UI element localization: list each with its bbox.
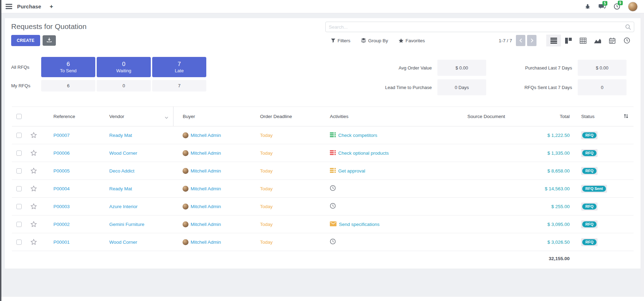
column-header-total[interactable]: Total bbox=[537, 107, 572, 126]
list-view-button[interactable] bbox=[546, 35, 561, 46]
vendor-link[interactable]: Gemini Furniture bbox=[109, 222, 145, 227]
email-activity-envelope-icon[interactable] bbox=[330, 221, 336, 227]
late-card[interactable]: 7Late bbox=[152, 57, 206, 77]
activity-list-icon[interactable] bbox=[330, 168, 336, 174]
row-checkbox[interactable] bbox=[16, 186, 22, 191]
row-checkbox[interactable] bbox=[16, 150, 22, 156]
table-row[interactable]: P00001 Wood Corner Mitchell Admin Today … bbox=[12, 233, 634, 251]
table-row[interactable]: P00006 Wood Corner Mitchell Admin Today … bbox=[12, 144, 634, 162]
table-row[interactable]: P00007 Ready Mat Mitchell Admin Today Ch… bbox=[12, 126, 634, 144]
buyer-link[interactable]: Mitchell Admin bbox=[191, 204, 221, 209]
favorite-star-icon[interactable] bbox=[26, 132, 37, 138]
column-header-status[interactable]: Status bbox=[572, 107, 617, 126]
optional-columns-icon[interactable] bbox=[623, 115, 629, 120]
status-badge: RFQ bbox=[581, 131, 598, 139]
to-send-card[interactable]: 6To Send bbox=[41, 57, 95, 77]
calendar-view-button[interactable] bbox=[605, 35, 620, 46]
reference-link[interactable]: P00003 bbox=[53, 204, 70, 209]
activity-list-icon[interactable] bbox=[330, 132, 336, 138]
my-to-send-cell[interactable]: 6 bbox=[41, 80, 95, 91]
my-waiting-cell[interactable]: 0 bbox=[97, 80, 151, 91]
debug-bug-icon[interactable] bbox=[585, 3, 591, 9]
reference-link[interactable]: P00002 bbox=[53, 222, 70, 227]
reference-link[interactable]: P00001 bbox=[53, 240, 70, 245]
export-download-button[interactable] bbox=[43, 35, 56, 46]
table-row[interactable]: P00004 Ready Mat Mitchell Admin Today $ … bbox=[12, 180, 634, 198]
search-icon[interactable] bbox=[625, 24, 631, 31]
column-header-deadline[interactable]: Order Deadline bbox=[251, 107, 320, 126]
app-menu-purchase[interactable]: Purchase bbox=[17, 3, 41, 9]
favorite-star-icon[interactable] bbox=[26, 150, 37, 156]
avg-order-value: $ 0.00 bbox=[437, 60, 486, 76]
apps-menu-icon[interactable] bbox=[6, 4, 12, 9]
activity-view-button[interactable] bbox=[620, 35, 634, 46]
graph-view-button[interactable] bbox=[590, 35, 605, 46]
buyer-link[interactable]: Mitchell Admin bbox=[191, 150, 221, 156]
horizontal-scrollbar[interactable] bbox=[1, 297, 644, 301]
activity-list-icon[interactable] bbox=[330, 150, 336, 156]
column-header-reference[interactable]: Reference bbox=[44, 107, 100, 126]
group-by-button[interactable]: Group By bbox=[361, 38, 388, 43]
pager-next-button[interactable] bbox=[527, 35, 536, 46]
filters-button[interactable]: Filters bbox=[331, 38, 350, 43]
column-header-vendor[interactable]: Vendor bbox=[100, 107, 173, 126]
row-checkbox[interactable] bbox=[16, 204, 22, 209]
activity-label[interactable]: Check optional products bbox=[338, 150, 389, 156]
activity-clock-view-icon bbox=[624, 37, 630, 44]
vendor-link[interactable]: Wood Corner bbox=[109, 150, 137, 156]
order-deadline: Today bbox=[260, 150, 273, 156]
buyer-avatar bbox=[183, 204, 188, 210]
row-checkbox[interactable] bbox=[16, 222, 22, 227]
reference-link[interactable]: P00006 bbox=[53, 150, 70, 156]
favorite-star-icon[interactable] bbox=[26, 221, 37, 227]
user-avatar[interactable] bbox=[628, 2, 638, 12]
my-late-cell[interactable]: 7 bbox=[152, 80, 206, 91]
column-header-activities[interactable]: Activities bbox=[320, 107, 436, 126]
pager-previous-button[interactable] bbox=[516, 35, 525, 46]
create-button[interactable]: CREATE bbox=[11, 35, 40, 46]
favorite-star-icon[interactable] bbox=[26, 239, 37, 245]
table-row[interactable]: P00003 Azure Interior Mitchell Admin Tod… bbox=[12, 198, 634, 215]
favorites-button[interactable]: Favorites bbox=[399, 38, 425, 43]
schedule-activity-clock-icon[interactable] bbox=[330, 238, 336, 245]
vendor-link[interactable]: Deco Addict bbox=[109, 168, 134, 174]
reference-link[interactable]: P00007 bbox=[53, 133, 70, 138]
table-row[interactable]: P00005 Deco Addict Mitchell Admin Today … bbox=[12, 162, 634, 180]
vendor-link[interactable]: Ready Mat bbox=[109, 186, 132, 191]
buyer-link[interactable]: Mitchell Admin bbox=[191, 186, 221, 191]
search-input[interactable] bbox=[326, 22, 634, 32]
buyer-link[interactable]: Mitchell Admin bbox=[191, 133, 221, 138]
vendor-link[interactable]: Ready Mat bbox=[109, 133, 132, 138]
messages-icon[interactable]: 5 bbox=[598, 3, 606, 9]
row-checkbox[interactable] bbox=[16, 240, 22, 245]
vendor-link[interactable]: Wood Corner bbox=[109, 240, 137, 245]
pivot-view-button[interactable] bbox=[576, 35, 590, 46]
activity-label[interactable]: Send specifications bbox=[339, 222, 379, 227]
activity-label[interactable]: Check competitors bbox=[338, 133, 377, 138]
table-row[interactable]: P00002 Gemini Furniture Mitchell Admin T… bbox=[12, 215, 634, 233]
kanban-view-button[interactable] bbox=[561, 35, 576, 46]
favorite-star-icon[interactable] bbox=[26, 168, 37, 174]
activities-clock-icon[interactable]: 9 bbox=[614, 3, 620, 10]
column-header-source[interactable]: Source Document bbox=[436, 107, 537, 126]
select-all-checkbox[interactable] bbox=[16, 114, 22, 119]
reference-link[interactable]: P00005 bbox=[53, 168, 70, 174]
schedule-activity-clock-icon[interactable] bbox=[330, 185, 336, 192]
waiting-card[interactable]: 0Waiting bbox=[97, 57, 151, 77]
row-checkbox[interactable] bbox=[16, 168, 22, 174]
vendor-link[interactable]: Azure Interior bbox=[109, 204, 138, 209]
column-header-buyer[interactable]: Buyer bbox=[173, 107, 251, 126]
favorite-star-icon[interactable] bbox=[26, 185, 37, 192]
lead-time-label: Lead Time to Purchase bbox=[365, 85, 432, 90]
activity-label[interactable]: Get approval bbox=[338, 168, 365, 174]
buyer-link[interactable]: Mitchell Admin bbox=[191, 222, 221, 227]
reference-link[interactable]: P00004 bbox=[53, 186, 70, 191]
buyer-link[interactable]: Mitchell Admin bbox=[191, 168, 221, 174]
favorite-star-icon[interactable] bbox=[26, 203, 37, 210]
new-tab-button[interactable]: + bbox=[50, 3, 53, 10]
buyer-link[interactable]: Mitchell Admin bbox=[191, 240, 221, 245]
content-panel: Requests for Quotation CREATE bbox=[5, 18, 641, 269]
schedule-activity-clock-icon[interactable] bbox=[330, 203, 336, 210]
row-checkbox[interactable] bbox=[16, 133, 22, 138]
vertical-scrollbar[interactable] bbox=[641, 14, 644, 301]
